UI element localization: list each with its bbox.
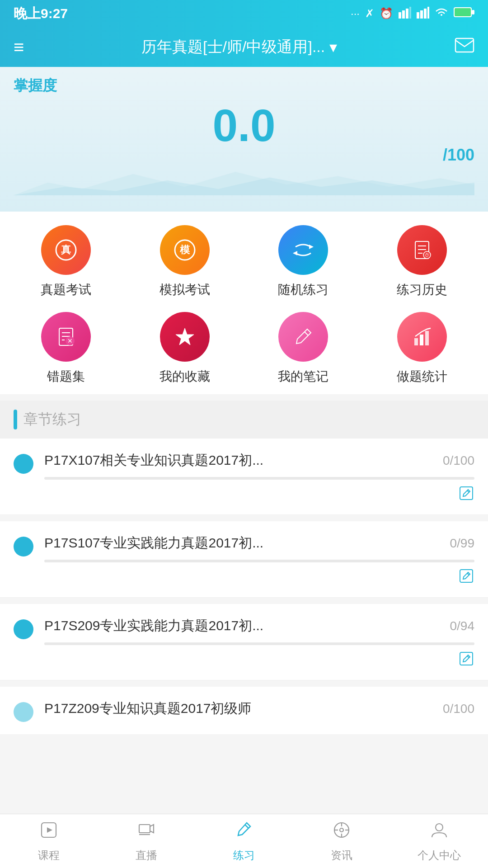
nav-course-label: 课程 <box>38 848 60 863</box>
svg-line-31 <box>305 332 308 335</box>
svg-rect-39 <box>460 652 473 665</box>
svg-marker-17 <box>293 251 297 255</box>
nav-profile[interactable]: 个人中心 <box>390 820 488 863</box>
nav-practice[interactable]: 练习 <box>195 820 293 863</box>
svg-marker-44 <box>150 825 154 833</box>
status-time: 晚上9:27 <box>14 5 68 23</box>
wifi-icon <box>435 6 448 21</box>
func-mo-ni[interactable]: 模 模拟考试 <box>128 225 242 298</box>
list-item[interactable]: P17X107相关专业知识真题2017初... 0/100 <box>0 439 488 515</box>
list-actions-2 <box>44 568 474 588</box>
chapter-section-header: 章节练习 <box>0 401 488 439</box>
list-actions-1 <box>44 485 474 505</box>
list-title-text-2: P17S107专业实践能力真题2017初... <box>44 534 441 552</box>
dots-icon: ··· <box>351 7 360 20</box>
nav-news[interactable]: 资讯 <box>293 820 390 863</box>
func-shou-cang-label: 我的收藏 <box>160 368 210 385</box>
battery-icon <box>454 6 474 21</box>
func-sui-ji[interactable]: 随机练习 <box>246 225 361 298</box>
func-tong-ji[interactable]: 做题统计 <box>365 312 479 385</box>
func-cuo-ti[interactable]: ✕ 错题集 <box>9 312 123 385</box>
func-cuo-ti-icon: ✕ <box>41 312 91 362</box>
func-bi-ji[interactable]: 我的笔记 <box>246 312 361 385</box>
svg-point-48 <box>340 828 343 832</box>
mastery-section: 掌握度 0.0 /100 <box>0 67 488 212</box>
list-item[interactable]: P17S107专业实践能力真题2017初... 0/99 <box>0 521 488 598</box>
list-content-1: P17X107相关专业知识真题2017初... 0/100 <box>44 451 474 505</box>
mastery-score: 0.0 <box>14 100 474 150</box>
svg-rect-9 <box>472 10 474 14</box>
nav-course[interactable]: 课程 <box>0 820 98 863</box>
svg-rect-34 <box>425 331 429 345</box>
nav-practice-label: 练习 <box>233 848 255 863</box>
list-dot-3 <box>14 619 33 639</box>
header-title-area[interactable]: 历年真题[士/师/中级通用]... ▾ <box>141 37 337 57</box>
nav-news-icon <box>332 820 352 844</box>
svg-marker-30 <box>176 328 194 345</box>
func-bi-ji-icon <box>278 312 328 362</box>
svg-rect-7 <box>427 7 429 19</box>
svg-rect-2 <box>406 9 408 19</box>
nav-live-icon <box>136 820 156 844</box>
list-progress-2 <box>44 560 474 562</box>
nav-practice-icon <box>234 820 254 844</box>
chapter-bar-decoration <box>14 410 17 429</box>
svg-text:真: 真 <box>61 244 71 255</box>
func-shou-cang[interactable]: 我的收藏 <box>128 312 242 385</box>
alarm-icon: ⏰ <box>380 7 393 20</box>
func-tong-ji-icon <box>397 312 447 362</box>
dropdown-icon[interactable]: ▾ <box>329 38 337 56</box>
list-progress-1 <box>44 477 474 480</box>
list-dot-1 <box>14 454 33 474</box>
func-sui-ji-label: 随机练习 <box>278 281 328 298</box>
header-title-text: 历年真题[士/师/中级通用]... <box>141 37 325 57</box>
func-zhen-ti[interactable]: 真 真题考试 <box>9 225 123 298</box>
list-actions-3 <box>44 651 474 671</box>
status-bar: 晚上9:27 ··· ✗ ⏰ <box>0 0 488 27</box>
func-zhen-ti-icon: 真 <box>41 225 91 275</box>
svg-text:模: 模 <box>179 244 190 255</box>
svg-point-53 <box>436 824 443 831</box>
menu-icon[interactable]: ≡ <box>14 37 24 57</box>
status-icons: ··· ✗ ⏰ <box>351 6 474 21</box>
mail-icon[interactable] <box>455 38 474 57</box>
edit-icon-3[interactable] <box>458 651 474 671</box>
func-bi-ji-label: 我的笔记 <box>278 368 328 385</box>
bottom-navigation: 课程 直播 练习 <box>0 814 488 868</box>
list-dot-2 <box>14 537 33 557</box>
func-sui-ji-icon <box>278 225 328 275</box>
list-score-4: 0/100 <box>443 702 474 716</box>
func-mo-ni-icon: 模 <box>160 225 210 275</box>
svg-marker-16 <box>309 245 314 249</box>
nav-profile-icon <box>429 820 449 844</box>
mastery-label: 掌握度 <box>14 76 474 96</box>
svg-rect-1 <box>402 10 405 19</box>
list-title-text-3: P17S209专业实践能力真题2017初... <box>44 617 441 635</box>
svg-rect-35 <box>460 487 473 500</box>
list-score-3: 0/94 <box>450 619 475 633</box>
func-zhen-ti-label: 真题考试 <box>41 281 91 298</box>
list-content-3: P17S209专业实践能力真题2017初... 0/94 <box>44 617 474 671</box>
func-history-icon: ⏱ <box>397 225 447 275</box>
svg-rect-3 <box>409 7 411 19</box>
chapter-title: 章节练习 <box>23 410 81 429</box>
list-item[interactable]: P17S209专业实践能力真题2017初... 0/94 <box>0 604 488 680</box>
list-item[interactable]: P17Z209专业知识真题2017初级师 0/100 <box>0 687 488 734</box>
svg-rect-37 <box>460 570 473 582</box>
list-content-2: P17S107专业实践能力真题2017初... 0/99 <box>44 534 474 588</box>
svg-rect-32 <box>414 338 418 345</box>
edit-icon-1[interactable] <box>458 485 474 505</box>
svg-rect-43 <box>139 825 150 833</box>
nav-live[interactable]: 直播 <box>98 820 195 863</box>
svg-text:⏱: ⏱ <box>425 253 429 258</box>
svg-rect-6 <box>424 9 427 19</box>
func-history[interactable]: ⏱ 练习历史 <box>365 225 479 298</box>
list-content-4: P17Z209专业知识真题2017初级师 0/100 <box>44 699 474 725</box>
func-mo-ni-label: 模拟考试 <box>160 281 210 298</box>
func-tong-ji-label: 做题统计 <box>397 368 447 385</box>
nav-course-icon <box>39 820 59 844</box>
svg-rect-0 <box>399 12 401 19</box>
list-score-1: 0/100 <box>443 453 474 468</box>
svg-rect-33 <box>420 335 423 345</box>
edit-icon-2[interactable] <box>458 568 474 588</box>
